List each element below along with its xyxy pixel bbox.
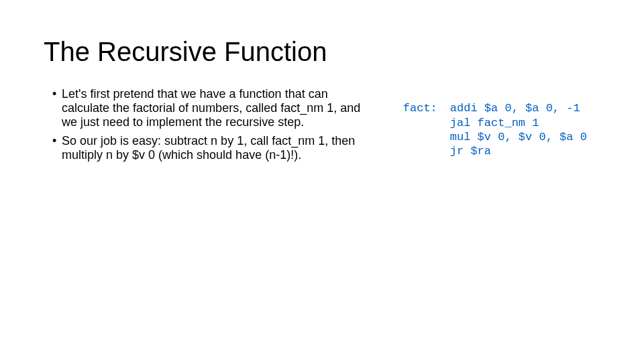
code-label: fact: <box>403 101 450 115</box>
code-instructions: addi $a 0, $a 0, -1 jal fact_nm 1 mul $v… <box>450 101 587 158</box>
body-text: Let's first pretend that we have a funct… <box>52 87 361 166</box>
bullet-list: Let's first pretend that we have a funct… <box>52 87 361 162</box>
slide-title: The Recursive Function <box>44 37 327 67</box>
slide: The Recursive Function Let's first prete… <box>0 0 644 362</box>
bullet-item: So our job is easy: subtract n by 1, cal… <box>52 134 361 162</box>
code-block: fact:addi $a 0, $a 0, -1 jal fact_nm 1 m… <box>376 87 587 173</box>
bullet-item: Let's first pretend that we have a funct… <box>52 87 361 130</box>
